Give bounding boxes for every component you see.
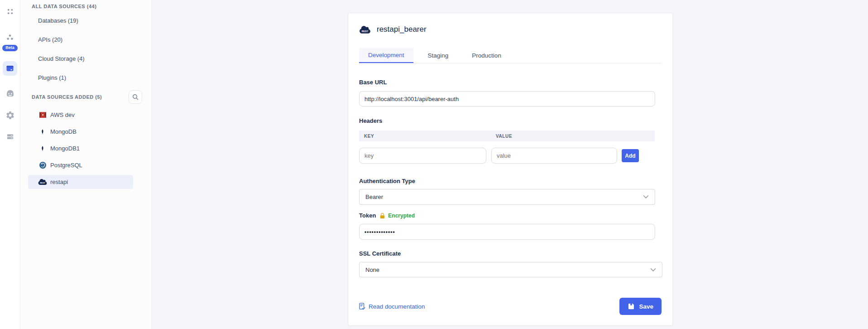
token-label-row: Token Encrypted [359, 212, 662, 219]
beta-badge: Beta [2, 45, 18, 51]
search-button[interactable] [129, 90, 142, 104]
postgresql-icon [38, 161, 47, 169]
save-button-label: Save [639, 303, 653, 310]
auth-type-select[interactable]: Bearer [359, 189, 655, 205]
mongodb-leaf-icon [38, 145, 47, 152]
header-key-input[interactable] [359, 148, 486, 164]
base-url-input[interactable] [359, 91, 655, 106]
datasource-item-label: restapi [50, 179, 68, 185]
encrypted-label: Encrypted [388, 213, 415, 219]
ssl-selected-value: None [365, 266, 379, 273]
chevron-down-icon [650, 268, 656, 272]
datasources-icon[interactable] [3, 61, 17, 76]
save-floppy-icon [628, 303, 635, 310]
datasource-item-label: PostgreSQL [50, 162, 82, 169]
sidebar-item-plugins[interactable]: Plugins (1) [20, 68, 151, 87]
all-data-sources-header: ALL DATA SOURCES (44) [20, 0, 151, 11]
cluster-icon[interactable] [3, 30, 17, 44]
token-label: Token [359, 212, 376, 219]
bot-face-icon[interactable] [3, 87, 17, 101]
datasource-item-restapi[interactable]: REST restapi [28, 175, 133, 189]
card-footer: Read documentation Save [359, 298, 662, 315]
gear-icon[interactable] [3, 108, 17, 123]
encrypted-badge: Encrypted [379, 213, 415, 219]
value-column-header: VALUE [496, 134, 512, 139]
datasource-item-mongodb[interactable]: MongoDB [28, 125, 133, 139]
app-root: Beta ALL DATA SOURCES (44) Databases (19… [0, 0, 868, 329]
svg-text:REST: REST [40, 182, 45, 184]
auth-type-selected-value: Bearer [365, 194, 383, 200]
datasource-item-label: MongoDB [50, 128, 77, 135]
apps-grid-icon[interactable] [3, 4, 17, 19]
tab-production[interactable]: Production [463, 48, 510, 63]
environment-tabs: Development Staging Production [359, 48, 662, 63]
header-value-input[interactable] [491, 148, 617, 164]
datasource-item-postgresql[interactable]: PostgreSQL [28, 158, 133, 172]
ssl-certificate-select[interactable]: None [359, 262, 662, 277]
headers-label: Headers [359, 117, 662, 125]
rest-cloud-icon: REST [38, 178, 47, 186]
key-column-header: KEY [359, 134, 496, 139]
data-sources-added-header: DATA SOURCES ADDED (5) [20, 94, 102, 100]
sidebar-item-cloud-storage[interactable]: Cloud Storage (4) [20, 49, 151, 68]
page-title: restapi_bearer [377, 25, 427, 34]
card-header: REST restapi_bearer [359, 13, 662, 34]
add-header-button[interactable]: Add [622, 149, 639, 162]
main-content: REST restapi_bearer Development Staging … [152, 0, 868, 329]
token-input[interactable] [359, 224, 655, 240]
icon-rail: Beta [0, 0, 20, 329]
headers-table-head: KEY VALUE [359, 131, 655, 141]
sidebar-item-databases[interactable]: Databases (19) [20, 11, 151, 30]
base-url-label: Base URL [359, 79, 662, 86]
svg-text:REST: REST [362, 29, 369, 32]
mongodb-leaf-icon [38, 128, 47, 135]
datasource-item-label: AWS dev [50, 111, 75, 118]
datasource-item-aws-dev[interactable]: AWS dev [28, 108, 133, 122]
save-button[interactable]: Save [619, 298, 662, 315]
aws-icon [38, 111, 47, 119]
datasource-item-label: MongoDB1 [50, 145, 80, 152]
server-icon[interactable] [3, 130, 17, 144]
rest-cloud-icon: REST [359, 25, 371, 34]
search-icon [132, 94, 139, 100]
tab-development[interactable]: Development [359, 48, 413, 63]
read-documentation-link[interactable]: Read documentation [359, 303, 425, 310]
datasource-item-mongodb1[interactable]: MongoDB1 [28, 141, 133, 155]
sidebar-item-apis[interactable]: APIs (20) [20, 30, 151, 49]
auth-type-label: Authentication Type [359, 178, 662, 185]
header-key-value-row: Add [359, 148, 662, 164]
chevron-down-icon [643, 195, 649, 199]
documentation-icon [359, 303, 365, 310]
read-documentation-label: Read documentation [369, 303, 425, 310]
datasource-sidebar: ALL DATA SOURCES (44) Databases (19) API… [20, 0, 152, 329]
lock-icon [379, 213, 385, 219]
data-sources-added-row: DATA SOURCES ADDED (5) [20, 88, 151, 106]
datasource-config-card: REST restapi_bearer Development Staging … [348, 13, 673, 326]
tab-staging[interactable]: Staging [419, 48, 458, 63]
ssl-certificate-label: SSL Certificate [359, 250, 662, 257]
